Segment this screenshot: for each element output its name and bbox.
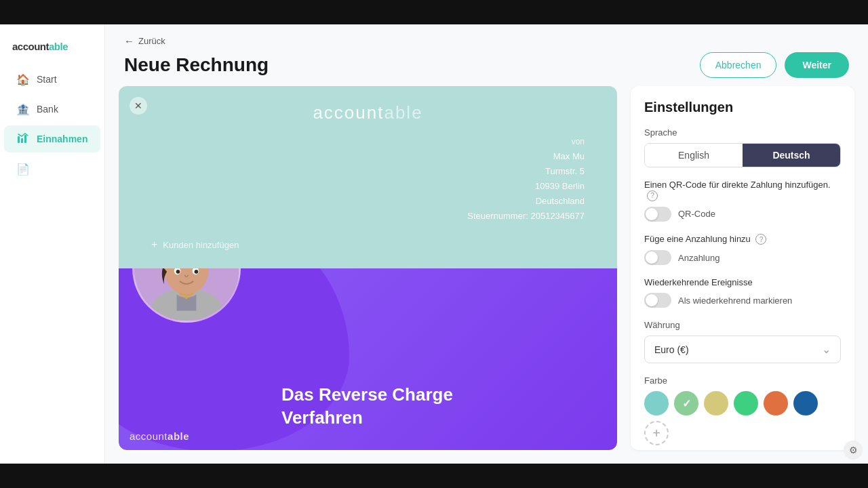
color-swatch-add[interactable]: + [644,421,669,445]
qr-help-icon[interactable]: ? [647,190,658,201]
plus-icon: + [151,239,157,251]
qr-toggle[interactable] [644,207,671,222]
svg-rect-0 [18,136,20,143]
dropdown-arrow-icon: ⌄ [822,343,831,356]
sender-tax: Steuernummer: 20512345677 [151,209,585,224]
close-button[interactable]: ✕ [130,97,147,115]
sidebar-label-einnahmen: Einnahmen [37,134,87,144]
currency-label: Währung [644,320,841,330]
video-overlay: Das Reverse Charge Verfahren accountable [119,268,617,451]
header-row: Neue Rechnung Abbrechen Weiter [124,52,849,78]
sender-country: Deutschland [151,194,585,209]
settings-title: Einstellungen [644,100,841,115]
back-text: Zurück [138,36,165,46]
anzahlung-section: Füge eine Anzahlung hinzu ? Anzahlung [644,234,841,266]
cancel-button[interactable]: Abbrechen [700,52,777,78]
language-toggle: English Deutsch [644,143,841,167]
invoice-logo-text: accountable [313,102,422,123]
recurring-toggle[interactable] [644,293,671,308]
sidebar: accountable 🏠 Start 🏦 Bank Einnahmen 📄 [0,24,105,464]
anzahlung-toggle[interactable] [644,250,671,265]
qr-toggle-label: QR-Code [678,209,715,219]
sender-street: Turmstr. 5 [151,164,585,179]
svg-point-11 [195,269,199,273]
color-swatch-blue[interactable] [793,391,818,415]
main-content: ← Zurück Neue Rechnung Abbrechen Weiter … [105,24,868,464]
sidebar-label-bank: Bank [37,104,58,115]
lang-english-button[interactable]: English [645,144,743,167]
color-swatch-yellow[interactable] [704,391,728,415]
overlay-line2: Verfahren [281,407,453,430]
bank-icon: 🏦 [16,102,30,116]
currency-value: Euro (€) [654,344,689,355]
anzahlung-label: Füge eine Anzahlung hinzu ? [644,234,841,245]
farbe-section: Farbe + [644,375,841,445]
invoice-preview: ✕ accountable von Max Mu Turmstr. 5 1093… [119,86,617,450]
back-link[interactable]: ← Zurück [124,35,849,47]
page-title: Neue Rechnung [124,54,269,76]
currency-section: Währung Euro (€) ⌄ [644,320,841,363]
overlay-line1: Das Reverse Charge [281,384,453,407]
settings-panel: Einstellungen Sprache English Deutsch Ei… [631,86,854,450]
sprache-label: Sprache [644,127,841,138]
farbe-label: Farbe [644,375,841,386]
header-buttons: Abbrechen Weiter [700,52,849,78]
docs-icon: 📄 [16,162,30,176]
sender-city: 10939 Berlin [151,179,585,194]
anzahlung-toggle-row: Anzahlung [644,250,841,265]
svg-rect-2 [24,135,26,143]
bottom-logo: accountable [130,430,189,442]
recurring-label: Wiederkehrende Ereignisse [644,277,841,287]
letterbox-top [0,0,868,24]
qr-label: Einen QR-Code für direkte Zahlung hinzuf… [644,180,841,201]
svg-point-12 [185,296,188,299]
recurring-section: Wiederkehrende Ereignisse Als wiederkehr… [644,277,841,308]
app-container: accountable 🏠 Start 🏦 Bank Einnahmen 📄 [0,24,868,464]
home-icon: 🏠 [16,73,30,86]
lang-deutsch-button[interactable]: Deutsch [743,144,840,167]
overlay-text: Das Reverse Charge Verfahren [281,384,453,430]
add-customer-label: Kunden hinzufügen [163,240,239,250]
sidebar-item-einnahmen[interactable]: Einnahmen [4,125,100,152]
settings-gear-icon[interactable]: ⚙ [844,441,863,460]
von-label: von [138,137,598,146]
color-swatch-mint[interactable] [734,391,758,415]
bottom-logo-text: accountable [130,430,189,442]
sidebar-item-docs[interactable]: 📄 [4,155,100,182]
invoice-logo: accountable [138,102,598,123]
color-swatch-teal[interactable] [644,391,669,415]
einnahmen-icon [16,132,30,146]
body-area: ✕ accountable von Max Mu Turmstr. 5 1093… [105,86,868,464]
anzahlung-toggle-label: Anzahlung [678,253,719,263]
color-swatches: + [644,391,841,445]
color-swatch-orange[interactable] [764,391,788,415]
page-header: ← Zurück Neue Rechnung Abbrechen Weiter [105,24,868,86]
sender-name: Max Mu [151,149,585,164]
sprache-section: Sprache English Deutsch [644,127,841,167]
letterbox-bottom [0,464,868,488]
sidebar-item-start[interactable]: 🏠 Start [4,66,100,93]
qr-section: Einen QR-Code für direkte Zahlung hinzuf… [644,180,841,222]
currency-dropdown[interactable]: Euro (€) ⌄ [644,336,841,363]
sidebar-item-bank[interactable]: 🏦 Bank [4,96,100,123]
svg-rect-1 [21,138,23,143]
color-swatch-green[interactable] [674,391,698,415]
recurring-toggle-row: Als wiederkehrend markieren [644,293,841,308]
sidebar-logo: accountable [0,35,104,63]
recurring-toggle-label: Als wiederkehrend markieren [678,296,792,306]
add-customer-button[interactable]: + Kunden hinzufügen [138,230,598,259]
svg-point-10 [176,269,180,273]
back-arrow-icon: ← [124,35,134,47]
sidebar-label-start: Start [37,74,57,85]
sender-info: Max Mu Turmstr. 5 10939 Berlin Deutschla… [138,149,598,224]
qr-toggle-row: QR-Code [644,207,841,222]
anzahlung-help-icon[interactable]: ? [755,234,766,245]
invoice-inner: ✕ accountable von Max Mu Turmstr. 5 1093… [119,86,617,275]
weiter-button[interactable]: Weiter [785,52,849,78]
